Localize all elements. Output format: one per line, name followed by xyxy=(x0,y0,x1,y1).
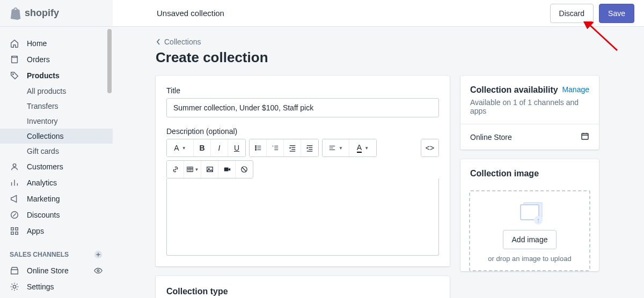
svg-point-11 xyxy=(13,285,16,288)
sales-channels-heading: SALES CHANNELS xyxy=(0,247,113,263)
rte-align-dropdown[interactable]: ▼ xyxy=(323,139,349,157)
sidebar-subitem-all-products[interactable]: All products xyxy=(0,84,113,99)
sidebar-item-settings[interactable]: Settings xyxy=(0,279,113,295)
channel-name: Online Store xyxy=(470,133,512,141)
sidebar-item-analytics[interactable]: Analytics xyxy=(0,175,113,191)
collection-image-card: Collection image ↑ Add image or drop an … xyxy=(460,159,599,271)
discard-button[interactable]: Discard xyxy=(550,4,594,23)
rte-bullet-list[interactable] xyxy=(250,139,267,157)
sidebar-item-label: Products xyxy=(27,71,60,80)
main-content: Collections Create collection Title Desc… xyxy=(113,27,644,298)
upload-placeholder-icon: ↑ xyxy=(517,202,543,224)
topbar-status: Unsaved collection xyxy=(113,9,550,18)
rte-indent[interactable] xyxy=(301,139,318,157)
shopify-bag-icon xyxy=(10,7,21,20)
svg-point-10 xyxy=(97,270,99,272)
rte-underline[interactable]: U xyxy=(228,139,245,157)
sales-channels-label: SALES CHANNELS xyxy=(10,251,69,258)
sidebar: Home Orders Products All products Transf… xyxy=(0,27,113,298)
rte-ordered-list[interactable]: 1 xyxy=(267,139,284,157)
availability-row-online-store[interactable]: Online Store xyxy=(460,124,599,150)
discount-icon xyxy=(10,210,19,220)
tag-icon xyxy=(10,71,19,80)
rte-outdent[interactable] xyxy=(284,139,301,157)
sidebar-item-label: Home xyxy=(27,39,47,48)
calendar-icon[interactable] xyxy=(581,132,589,142)
svg-rect-17 xyxy=(207,167,213,172)
rte-italic[interactable]: I xyxy=(211,139,228,157)
svg-point-14 xyxy=(255,150,256,151)
availability-card: Collection availability Manage Available… xyxy=(460,76,599,150)
sidebar-item-label: Orders xyxy=(27,55,50,64)
orders-icon xyxy=(10,55,19,64)
svg-point-2 xyxy=(12,73,13,74)
sidebar-item-label: Marketing xyxy=(27,195,60,203)
breadcrumb-label: Collections xyxy=(164,38,201,46)
svg-rect-5 xyxy=(11,228,14,230)
add-channel-icon[interactable] xyxy=(93,250,103,259)
sidebar-item-label: Customers xyxy=(27,162,63,171)
sidebar-subitem-collections[interactable]: Collections xyxy=(0,129,113,144)
title-field-label: Title xyxy=(166,86,439,95)
apps-icon xyxy=(10,226,19,236)
rte-format-dropdown[interactable]: A▼ xyxy=(167,139,194,157)
rte-editor: A▼ B I U 1 xyxy=(166,139,439,256)
rte-color-dropdown[interactable]: A▼ xyxy=(349,139,376,157)
description-field-label: Description (optional) xyxy=(166,127,439,136)
sidebar-item-apps[interactable]: Apps xyxy=(0,223,113,239)
sidebar-subitem-transfers[interactable]: Transfers xyxy=(0,99,113,114)
sidebar-item-discounts[interactable]: Discounts xyxy=(0,207,113,223)
collection-type-heading: Collection type xyxy=(166,287,439,296)
description-input[interactable] xyxy=(166,178,439,256)
rte-bold[interactable]: B xyxy=(194,139,211,157)
sidebar-item-products[interactable]: Products xyxy=(0,68,113,84)
sidebar-item-label: Settings xyxy=(27,282,54,291)
svg-rect-8 xyxy=(16,232,18,235)
rte-table[interactable]: ▼ xyxy=(184,161,201,178)
home-icon xyxy=(10,39,19,48)
svg-point-3 xyxy=(13,164,16,167)
sidebar-item-home[interactable]: Home xyxy=(0,35,113,51)
megaphone-icon xyxy=(10,194,19,204)
sidebar-item-label: Online Store xyxy=(27,266,86,275)
availability-title: Collection availability xyxy=(470,85,558,95)
store-icon xyxy=(10,266,19,275)
topbar-actions: Discard Save xyxy=(550,4,644,23)
svg-rect-6 xyxy=(16,228,18,230)
sidebar-subitem-inventory[interactable]: Inventory xyxy=(0,114,113,129)
logo-text: shopify xyxy=(25,8,59,19)
sidebar-item-orders[interactable]: Orders xyxy=(0,51,113,68)
rte-clear[interactable] xyxy=(236,161,253,178)
svg-rect-7 xyxy=(11,232,14,235)
svg-rect-16 xyxy=(187,167,193,172)
chevron-left-icon xyxy=(156,38,161,46)
manage-link[interactable]: Manage xyxy=(562,85,589,94)
add-image-button[interactable]: Add image xyxy=(503,230,557,249)
sidebar-item-customers[interactable]: Customers xyxy=(0,159,113,175)
title-input[interactable] xyxy=(166,98,439,117)
sidebar-item-marketing[interactable]: Marketing xyxy=(0,191,113,207)
svg-rect-21 xyxy=(582,133,588,139)
availability-subtitle: Available on 1 of 1 channels and apps xyxy=(460,98,599,124)
eye-icon[interactable] xyxy=(93,266,103,275)
logo[interactable]: shopify xyxy=(0,0,113,26)
svg-rect-19 xyxy=(224,168,228,172)
rte-html-toggle[interactable]: <> xyxy=(421,139,438,157)
sidebar-item-online-store[interactable]: Online Store xyxy=(0,263,113,279)
analytics-icon xyxy=(10,178,19,188)
svg-text:1: 1 xyxy=(272,145,273,147)
breadcrumb[interactable]: Collections xyxy=(156,38,644,46)
sidebar-item-label: Discounts xyxy=(27,211,60,219)
sidebar-item-label: Apps xyxy=(27,227,44,235)
image-dropzone[interactable]: ↑ Add image or drop an image to upload xyxy=(469,190,590,271)
scrollbar-thumb[interactable] xyxy=(107,29,112,93)
save-button[interactable]: Save xyxy=(599,4,634,23)
top-bar: shopify Unsaved collection Discard Save xyxy=(0,0,644,27)
rte-link[interactable] xyxy=(167,161,184,178)
rte-video[interactable] xyxy=(218,161,236,178)
rte-image[interactable] xyxy=(201,161,218,178)
svg-point-13 xyxy=(255,147,256,148)
dropzone-hint: or drop an image to upload xyxy=(475,255,584,263)
sidebar-item-label: Analytics xyxy=(27,178,57,187)
sidebar-subitem-gift-cards[interactable]: Gift cards xyxy=(0,144,113,159)
